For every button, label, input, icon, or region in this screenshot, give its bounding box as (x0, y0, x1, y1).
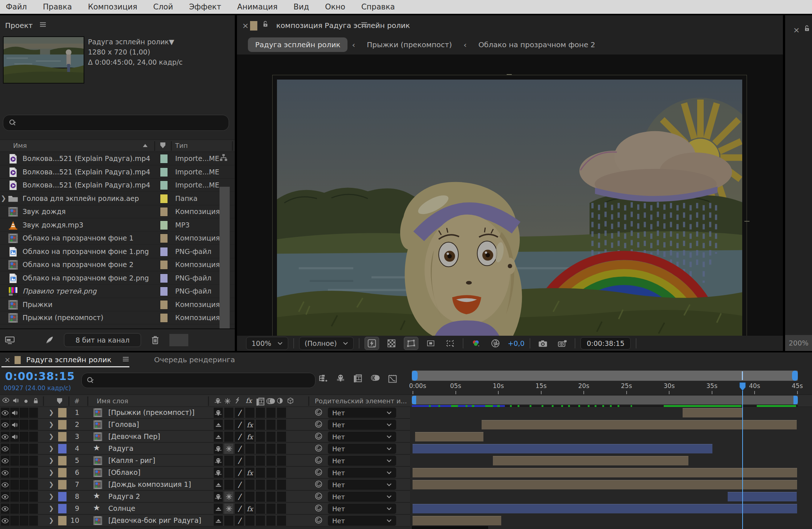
adjustment-switch[interactable] (277, 504, 286, 514)
item-name[interactable]: Прыжки (23, 300, 52, 308)
adjustment-switch[interactable] (277, 444, 286, 454)
lock-toggle[interactable] (29, 432, 38, 442)
layer-duration-bar[interactable] (413, 468, 797, 477)
collapse-transformations-icon[interactable] (224, 398, 231, 404)
motion-blur-switch[interactable] (266, 516, 276, 526)
quality-switch[interactable]: / (235, 492, 244, 502)
breadcrumb-tab[interactable]: Радуга эсплейн ролик (248, 37, 347, 52)
expander-icon[interactable]: ❯ (49, 457, 54, 464)
parent-dropdown[interactable]: Нет (328, 408, 396, 418)
video-toggle[interactable] (1, 492, 10, 502)
video-toggle[interactable] (1, 432, 10, 442)
video-toggle[interactable] (1, 504, 10, 514)
item-name[interactable]: Облако на прозрачном фоне 2 (23, 261, 133, 268)
interpret-footage-icon[interactable] (5, 336, 15, 344)
item-name[interactable]: Прыжки (прекомпост) (23, 314, 103, 322)
item-name[interactable]: Звук дождя.mp3 (23, 221, 83, 229)
frame-blend-switch[interactable] (256, 444, 265, 454)
layer-row[interactable]: ❯5[Капля - риг]/Нет (0, 455, 812, 467)
menu-item[interactable]: Файл (6, 3, 27, 11)
shy-switch[interactable] (214, 456, 223, 466)
comp-label-swatch[interactable] (250, 21, 257, 31)
audio-toggle[interactable] (10, 408, 19, 418)
lock-toggle[interactable] (29, 480, 38, 490)
layer-row[interactable]: ❯1[Прыжки (прекомпост)]/Нет (0, 407, 812, 419)
graph-editor-icon[interactable] (388, 374, 397, 383)
solo-toggle[interactable] (20, 432, 29, 442)
cube-3d-icon[interactable] (287, 397, 294, 404)
label-color-chip[interactable] (58, 432, 67, 441)
fx-switch[interactable]: fx (245, 504, 254, 514)
solo-toggle[interactable] (20, 492, 29, 502)
parent-dropdown[interactable]: Нет (328, 504, 396, 514)
fx-switch[interactable] (245, 444, 254, 454)
expander-icon[interactable]: ❯ (49, 481, 54, 488)
collapse-transformations-switch[interactable] (224, 444, 233, 454)
item-name[interactable]: Облако на прозрачном фоне 2.png (23, 274, 149, 282)
expander-icon[interactable]: ❯ (49, 433, 54, 440)
layer-duration-bar[interactable] (413, 504, 797, 513)
grid-guides-icon[interactable] (443, 337, 458, 350)
motion-blur-switch[interactable] (266, 468, 276, 478)
quality-switch[interactable]: / (235, 408, 244, 418)
item-name[interactable]: Облако на прозрачном фоне 1.png (23, 247, 149, 255)
timeline-horizontal-scrollbar[interactable] (412, 526, 488, 529)
collapse-transformations-switch[interactable] (224, 408, 233, 418)
trash-icon[interactable] (151, 336, 159, 344)
column-name[interactable]: Имя (13, 142, 27, 149)
layer-name[interactable]: Радуга (108, 444, 133, 452)
exposure-value[interactable]: +0,0 (508, 339, 524, 347)
adjustment-switch[interactable] (277, 456, 286, 466)
label-color-chip[interactable] (58, 456, 67, 465)
region-of-interest-icon[interactable] (423, 337, 438, 350)
composition-canvas[interactable] (277, 80, 742, 336)
show-snapshot-icon[interactable] (555, 337, 570, 350)
eye-icon[interactable] (2, 397, 9, 403)
collapse-transformations-switch[interactable] (224, 468, 233, 478)
effects-icon[interactable]: fx (246, 397, 252, 404)
frame-blend-switch[interactable] (256, 504, 265, 514)
solo-icon[interactable] (24, 399, 28, 403)
label-color-chip[interactable] (160, 247, 168, 257)
close-icon[interactable]: × (4, 355, 11, 364)
layer-name[interactable]: [Дождь композиция 1] (108, 480, 191, 488)
layer-row[interactable]: ❯6[Облако]/fxНет (0, 467, 812, 478)
quality-switch[interactable]: / (235, 432, 244, 442)
layer-duration-bar[interactable] (493, 456, 688, 465)
item-name[interactable]: Волкова...521 (Explain Радуга).mp4 (23, 181, 150, 189)
project-item-row[interactable]: ПрыжкиКомпозиция (0, 298, 235, 311)
project-item-row[interactable]: Облако на прозрачном фоне 1Композиция (0, 232, 235, 245)
motion-blur-switch[interactable] (266, 504, 276, 514)
collapse-transformations-switch[interactable] (224, 504, 233, 514)
timeline-tab-composition[interactable]: Радуга эсплейн ролик (26, 355, 111, 364)
motion-blur-switch[interactable] (266, 420, 276, 430)
collapse-transformations-switch[interactable] (224, 516, 233, 526)
adjustment-switch[interactable] (277, 420, 286, 430)
draft-3d-icon[interactable] (336, 374, 345, 382)
label-color-chip[interactable] (160, 234, 168, 243)
layer-duration-bar[interactable] (728, 492, 797, 501)
parent-dropdown[interactable]: Нет (328, 420, 396, 430)
column-type[interactable]: Тип (175, 142, 188, 149)
project-item-row[interactable]: Облако на прозрачном фоне 2.pngPNG-файл (0, 272, 235, 285)
label-color-chip[interactable] (160, 221, 168, 230)
fx-switch[interactable]: fx (245, 468, 254, 478)
quality-switch[interactable]: / (235, 504, 244, 514)
panel-menu-icon[interactable] (361, 22, 368, 27)
project-item-row[interactable]: Волкова...521 (Explain Радуга).mp4Import… (0, 152, 235, 165)
label-color-chip[interactable] (160, 154, 168, 163)
mask-path-visibility-icon[interactable] (404, 337, 418, 350)
label-color-chip[interactable] (58, 492, 67, 501)
shy-switch[interactable] (214, 420, 223, 430)
parent-pickwhip-icon[interactable] (315, 480, 322, 488)
layer-name[interactable]: [Девочка Пер] (108, 432, 160, 440)
frame-blend-switch[interactable] (256, 492, 265, 502)
fx-switch[interactable] (245, 408, 254, 418)
menu-item[interactable]: Композиция (88, 3, 137, 11)
time-ruler[interactable]: 0:00s05s10s15s20s25s30s35s40s45s (410, 381, 812, 395)
label-color-chip[interactable] (160, 287, 168, 296)
color-depth-button[interactable]: 8 бит на канал (64, 333, 141, 347)
video-toggle[interactable] (1, 408, 10, 418)
project-scrollbar[interactable] (220, 187, 230, 334)
video-toggle[interactable] (1, 420, 10, 430)
